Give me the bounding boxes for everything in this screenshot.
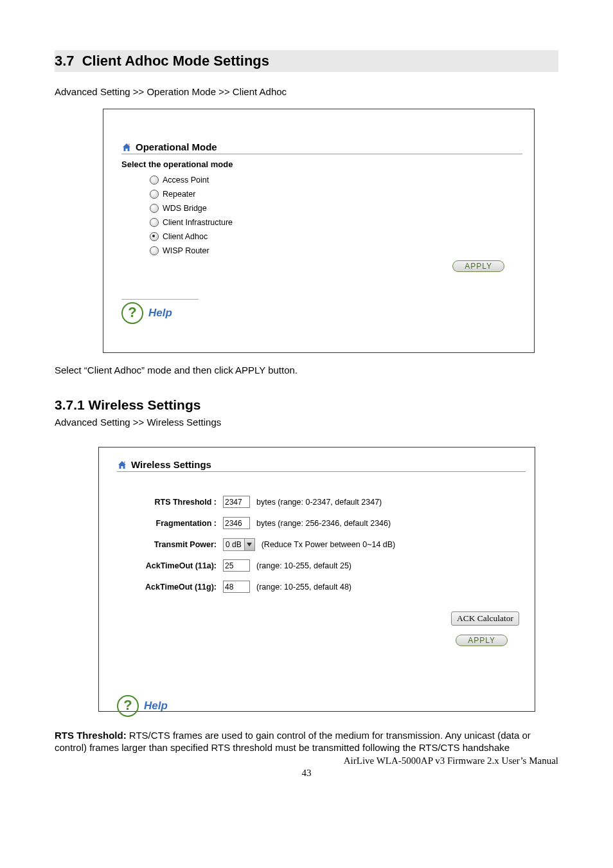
radio-label: Access Point: [163, 176, 209, 185]
operational-mode-screenshot: Operational Mode Select the operational …: [103, 109, 535, 353]
radio-icon: [150, 246, 159, 255]
label-ack-11a: AckTimeOut (11a):: [117, 561, 217, 570]
radio-item-repeater[interactable]: Repeater: [150, 187, 522, 201]
label-ack-11g: AckTimeOut (11g):: [117, 583, 217, 592]
row-fragmentation: Fragmentation : bytes (range: 256-2346, …: [117, 512, 526, 534]
help-label: Help: [144, 700, 168, 712]
section-number: 3.7: [55, 53, 78, 69]
help-icon: [121, 302, 143, 324]
help-link[interactable]: Help: [117, 692, 526, 717]
input-ack-11g[interactable]: [223, 581, 250, 593]
sub-title: Wireless Settings: [89, 397, 201, 412]
row-ack-11a: AckTimeOut (11a): (range: 10-255, defaul…: [117, 555, 526, 576]
label-fragmentation: Fragmentation :: [117, 519, 217, 528]
radio-icon: [150, 232, 159, 241]
radio-icon: [150, 204, 159, 213]
radio-label: Repeater: [163, 190, 195, 199]
radio-label: WDS Bridge: [163, 204, 207, 213]
hint-fragmentation: bytes (range: 256-2346, default 2346): [256, 519, 391, 528]
label-tx-power: Transmit Power:: [117, 540, 217, 549]
radio-item-wisp-router[interactable]: WISP Router: [150, 244, 522, 258]
sub-heading: 3.7.1 Wireless Settings: [55, 397, 558, 413]
radio-group: Access Point Repeater WDS Bridge Client …: [150, 173, 522, 258]
body-rest: RTS/CTS frames are used to gain control …: [55, 730, 531, 753]
hint-ack-11a: (range: 10-255, default 25): [256, 561, 351, 570]
input-rts[interactable]: [223, 496, 250, 508]
hint-tx-power: (Reduce Tx Power between 0~14 dB): [262, 540, 396, 549]
breadcrumb: Advanced Setting >> Wireless Settings: [55, 417, 558, 428]
hint-rts: bytes (range: 0-2347, default 2347): [256, 498, 382, 507]
radio-label: Client Adhoc: [163, 232, 208, 241]
chevron-down-icon: [244, 539, 254, 550]
home-icon: [121, 142, 132, 152]
radio-item-client-infrastructure[interactable]: Client Infrastructure: [150, 215, 522, 230]
panel-title-row: Operational Mode: [121, 141, 522, 154]
radio-label: Client Infrastructure: [163, 218, 233, 227]
body-lead: RTS Threshold:: [55, 730, 127, 741]
apply-button[interactable]: APPLY: [456, 635, 508, 646]
page-number: 43: [55, 768, 558, 779]
svg-rect-0: [129, 143, 130, 145]
radio-item-client-adhoc[interactable]: Client Adhoc: [150, 230, 522, 244]
input-fragmentation[interactable]: [223, 517, 250, 529]
radio-item-wds-bridge[interactable]: WDS Bridge: [150, 201, 522, 215]
apply-button[interactable]: APPLY: [452, 260, 504, 272]
help-label: Help: [148, 307, 172, 320]
home-icon: [117, 460, 127, 470]
panel-title-row: Wireless Settings: [117, 459, 526, 472]
row-tx-power: Transmit Power: 0 dB (Reduce Tx Power be…: [117, 534, 526, 555]
help-icon: [117, 695, 139, 717]
radio-item-access-point[interactable]: Access Point: [150, 173, 522, 187]
group-label: Select the operational mode: [121, 159, 522, 169]
svg-rect-1: [124, 461, 125, 463]
hint-ack-11g: (range: 10-255, default 48): [256, 583, 351, 592]
wireless-settings-screenshot: Wireless Settings RTS Threshold : bytes …: [98, 447, 535, 712]
body-paragraph: RTS Threshold: RTS/CTS frames are used t…: [55, 730, 558, 754]
section-heading: 3.7 Client Adhoc Mode Settings: [55, 50, 558, 72]
radio-label: WISP Router: [163, 246, 209, 255]
select-value: 0 dB: [226, 540, 244, 549]
row-ack-11g: AckTimeOut (11g): (range: 10-255, defaul…: [117, 576, 526, 597]
caption-text: Select “Client Adhoc” mode and then clic…: [55, 365, 558, 375]
radio-icon: [150, 176, 159, 185]
select-tx-power[interactable]: 0 dB: [223, 538, 255, 551]
sub-number: 3.7.1: [55, 397, 85, 412]
radio-icon: [150, 190, 159, 199]
breadcrumb: Advanced Setting >> Operation Mode >> Cl…: [55, 86, 558, 97]
section-title: Client Adhoc Mode Settings: [82, 53, 269, 69]
row-rts: RTS Threshold : bytes (range: 0-2347, de…: [117, 491, 526, 512]
input-ack-11a[interactable]: [223, 559, 250, 572]
radio-icon: [150, 218, 159, 227]
footer-text: AirLive WLA-5000AP v3 Firmware 2.x User’…: [55, 755, 558, 766]
panel-title: Operational Mode: [136, 141, 217, 152]
ack-calculator-button[interactable]: ACK Calculator: [451, 611, 519, 626]
help-link[interactable]: Help: [121, 299, 199, 324]
label-rts: RTS Threshold :: [117, 498, 217, 507]
panel-title: Wireless Settings: [131, 459, 211, 470]
